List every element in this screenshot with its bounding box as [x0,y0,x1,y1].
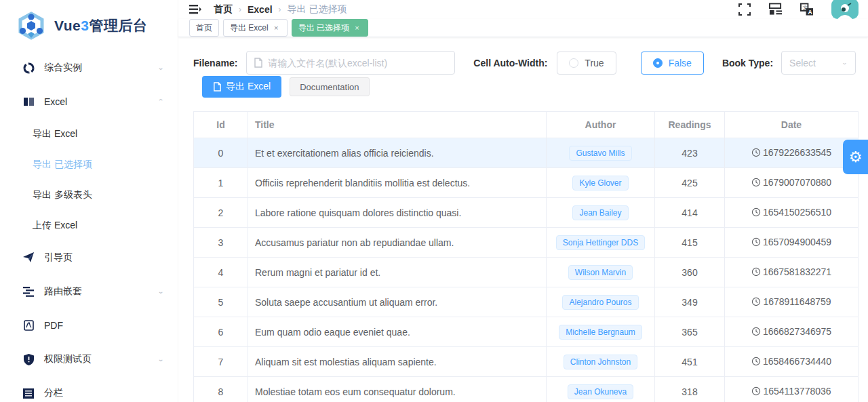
cell-readings: 415 [655,228,725,258]
radio-true-dot [569,58,578,68]
sidebar-subitem[interactable]: 导出 Excel [0,119,178,149]
documentation-button[interactable]: Documentation [290,77,369,96]
brand-title: Vue3管理后台 [54,16,147,35]
settings-gear-button[interactable]: ⚙ [843,140,868,174]
fullscreen-icon[interactable] [738,3,751,16]
cell-readings: 423 [655,138,725,168]
close-icon[interactable]: × [353,24,361,33]
clock-icon [751,148,761,157]
cell-author: Wilson Marvin [547,258,655,287]
columns-icon [22,387,35,399]
logo[interactable]: Vue3管理后台 [0,0,178,51]
breadcrumb-item[interactable]: 首页 [214,3,233,16]
cell-title: Soluta saepe accusantium ut aliquam erro… [248,287,547,317]
language-icon[interactable]: 文 A [800,3,814,16]
radio-true[interactable]: True [557,52,616,75]
table-row[interactable]: 2Labore ratione quisquam dolores distinc… [194,198,859,228]
tag-item[interactable]: 首页 [189,19,219,37]
table-body: 0Et et exercitationem alias officia reic… [194,138,859,402]
cell-date: 1666827346975 [725,317,859,347]
sidebar-item-label: 权限测试页 [44,353,92,365]
cell-id: 4 [194,258,248,287]
author-tag: Gustavo Mills [569,146,631,161]
sidebar-item-component[interactable]: 综合实例⌄ [0,51,178,85]
author-tag: Jean Okuneva [568,384,633,399]
clock-icon [751,178,761,187]
tag-active[interactable]: 导出 已选择项× [292,19,368,37]
table-row[interactable]: 0Et et exercitationem alias officia reic… [194,138,859,168]
cell-date: 1679007070880 [725,168,859,198]
author-tag: Sonja Hettinger DDS [556,235,645,250]
sidebar-item-permission[interactable]: 权限测试页⌄ [0,342,178,376]
breadcrumb-item[interactable]: Excel [248,4,273,15]
sidebar-subitem[interactable]: 导出 多级表头 [0,180,178,210]
export-excel-label: 导出 Excel [226,81,271,93]
book-type-select[interactable]: Select ⌄ [781,51,856,75]
export-options-row: Filename: Cell Auto-Width: True [193,51,858,75]
table-row[interactable]: 8Molestiae totam eos eum consequatur dol… [194,377,859,402]
sidebar-item-label: 分栏 [44,387,63,399]
filename-input[interactable] [268,58,448,68]
sidebar-item-columns[interactable]: 分栏 [0,376,178,402]
sidebar-item-pdf[interactable]: PDF [0,308,178,342]
export-buttons-row: 导出 Excel Documentation [193,76,858,98]
close-icon[interactable]: × [272,24,281,33]
sidebar-item-excel[interactable]: Excel⌃ [0,85,178,119]
sidebar-item-nested[interactable]: 路由嵌套⌄ [0,275,178,308]
cell-title: Accusamus pariatur non ab repudiandae ul… [248,228,547,258]
cell-date: 1667581832271 [725,258,859,287]
breadcrumb-separator: › [239,5,241,14]
table-row[interactable]: 3Accusamus pariatur non ab repudiandae u… [194,228,859,258]
cell-readings: 318 [655,377,725,402]
cell-author: Michelle Bergnaum [547,317,655,347]
sidebar-item-guide[interactable]: 引导页 [0,241,178,275]
clock-icon [751,237,761,247]
sidebar-subitem-label: 导出 已选择项 [33,159,92,171]
cell-id: 7 [194,347,248,377]
size-select-icon[interactable] [769,3,783,16]
cell-title: Labore ratione quisquam dolores distinct… [248,198,547,228]
cell-title: Et et exercitationem alias officia reici… [248,138,547,168]
cell-author: Jean Bailey [547,198,655,228]
hamburger-icon[interactable] [189,3,203,16]
clock-icon [751,386,761,396]
table-row[interactable]: 4Rerum magni et pariatur id et.Wilson Ma… [194,258,859,287]
author-tag: Wilson Marvin [568,265,633,280]
export-excel-button[interactable]: 导出 Excel [202,76,281,98]
sidebar-subitem[interactable]: 上传 Excel [0,210,178,241]
tag-item[interactable]: 导出 Excel× [223,19,288,37]
clock-icon [751,267,761,277]
clock-icon [751,357,761,366]
pdf-icon [22,319,35,331]
filename-label: Filename: [193,58,237,68]
author-tag: Alejandro Pouros [562,295,638,310]
cell-author: Kyle Glover [547,168,655,198]
chevron-down-icon: ⌄ [842,60,848,66]
sidebar-subitem[interactable]: 导出 已选择项 [0,149,178,180]
tag-label: 导出 已选择项 [298,22,349,34]
cell-title: Molestiae totam eos eum consequatur dolo… [248,377,547,402]
book-type-placeholder: Select [789,58,816,68]
table-row[interactable]: 5Soluta saepe accusantium ut aliquam err… [194,287,859,317]
table-row[interactable]: 1Officiis reprehenderit blanditiis molli… [194,168,859,198]
excel-icon [22,96,35,108]
table-row[interactable]: 6Eum quam odio eaque eveniet quae.Michel… [194,317,859,347]
radio-false[interactable]: False [641,52,704,75]
app-root: Vue3管理后台 综合实例⌄Excel⌃导出 Excel导出 已选择项导出 多级… [0,0,868,402]
sidebar-subitem-label: 上传 Excel [33,220,77,232]
cell-readings: 414 [655,198,725,228]
avatar[interactable] [831,0,859,19]
cell-date: 1654113778036 [725,377,859,402]
navbar: 首页›Excel›导出 已选择项 [178,0,868,19]
author-tag: Michelle Bergnaum [559,325,642,340]
gear-icon: ⚙ [849,148,863,166]
table-row[interactable]: 7Aliquam sit est molestias aliquam sapie… [194,347,859,377]
radio-false-dot [653,58,663,68]
clock-icon [751,327,761,336]
cell-date: 1657094900459 [725,228,859,258]
cell-title: Officiis reprehenderit blanditiis mollit… [248,168,547,198]
table-header-row: IdTitleAuthorReadingsDate [194,112,859,138]
content: Filename: Cell Auto-Width: True [178,37,868,402]
cell-author: Jean Okuneva [547,377,655,402]
column-header-readings: Readings [655,112,725,138]
